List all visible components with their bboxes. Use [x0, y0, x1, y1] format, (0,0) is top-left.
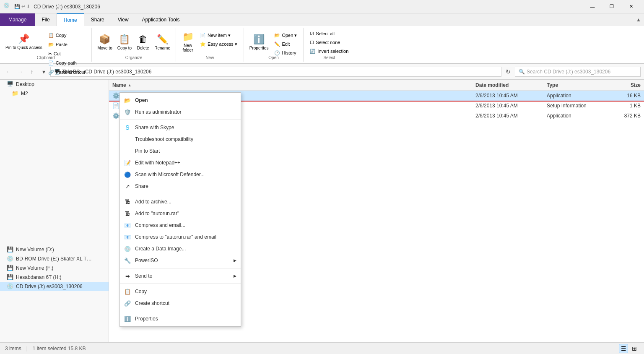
tab-manage[interactable]: Manage [0, 13, 35, 26]
exe-icon: ⚙️ [112, 92, 119, 99]
refresh-button[interactable]: ↻ [503, 67, 513, 77]
sidebar-item-label: New Volume (F:) [16, 265, 53, 271]
paste-shortcut-icon: 🔗 [48, 70, 54, 75]
quick-access-toolbar: 💾 ↩ ⬇ [14, 4, 30, 9]
ctx-poweriso[interactable]: 🔧 PowerISO [120, 255, 241, 266]
ctx-create-data-image[interactable]: 💿 Create a Data Image... [120, 243, 241, 255]
title-bar: 💿 💾 ↩ ⬇ CD Drive (J:) es3003_130206 — ❐ … [0, 0, 644, 13]
file-size: 1 KB [610, 103, 644, 109]
copy-to-button[interactable]: 📋 Copy to [115, 29, 134, 55]
ctx-share-skype[interactable]: S Share with Skype [120, 122, 241, 133]
copy-button[interactable]: 📋 Copy [45, 31, 88, 39]
pin-to-quick-access-button[interactable]: 📌 Pin to Quick access [3, 29, 44, 55]
ctx-open[interactable]: 📂 Open [120, 94, 241, 106]
move-to-icon: 📦 [99, 34, 110, 45]
select-none-icon: ☐ [310, 40, 314, 45]
sidebar-item-j-drive[interactable]: 💿 CD Drive (J:) es3003_130206 [0, 282, 109, 291]
ctx-create-shortcut[interactable]: 🔗 Create shortcut [120, 297, 241, 309]
app-icon: 💿 [3, 3, 12, 11]
view-buttons: ☰ ⊞ [619, 344, 639, 353]
ctx-share[interactable]: ↗ Share [120, 180, 241, 192]
col-size[interactable]: Size [610, 82, 644, 88]
copy-icon: 📋 [48, 33, 54, 38]
open-sub-group: 📂 Open ▾ ✏️ Edit 🕐 History [271, 29, 300, 57]
new-folder-button[interactable]: 📁 Newfolder [179, 29, 196, 55]
ctx-properties[interactable]: ℹ️ Properties [120, 313, 241, 325]
tab-share[interactable]: Share [84, 13, 111, 26]
properties-button[interactable]: ℹ️ Properties [247, 29, 271, 55]
file-date: 2/6/2013 10:45 AM [472, 103, 543, 109]
bdrom-icon: 💿 [7, 255, 13, 262]
ctx-separator-3 [120, 268, 241, 268]
search-placeholder: Search CD Drive (J:) es3003_130206 [527, 69, 610, 75]
edit-button[interactable]: ✏️ Edit [271, 40, 300, 48]
copy-path-button[interactable]: 📄 Copy path [45, 59, 88, 67]
main-area: 🖥️ Desktop 📁 M2 💾 New Volume (D:) 💿 BD-R… [0, 80, 644, 342]
tab-home[interactable]: Home [57, 13, 84, 26]
send-to-icon: ➡ [124, 273, 131, 279]
sidebar-item-desktop[interactable]: 🖥️ Desktop [0, 80, 109, 89]
ctx-separator-4 [120, 284, 241, 284]
easy-access-button[interactable]: ⭐ Easy access ▾ [197, 40, 240, 48]
tab-view[interactable]: View [111, 13, 135, 26]
select-label: Select [304, 55, 355, 60]
select-all-button[interactable]: ☑ Select all [307, 29, 351, 38]
breadcrumb-cd-drive: CD Drive (J:) es3003_130206 [85, 69, 152, 75]
data-image-icon: 💿 [124, 245, 131, 252]
ctx-compress-rar-email[interactable]: 📧 Compress to "autorun.rar" and email [120, 231, 241, 243]
ctx-add-rar[interactable]: 🗜 Add to "autorun.rar" [120, 208, 241, 219]
skype-icon: S [124, 124, 131, 131]
search-bar[interactable]: 🔍 Search CD Drive (J:) es3003_130206 [515, 67, 641, 77]
new-label: New [176, 55, 244, 60]
invert-selection-button[interactable]: 🔄 Invert selection [307, 47, 351, 55]
sidebar-item-label: CD Drive (J:) es3003_130206 [16, 284, 83, 289]
ctx-run-as-admin[interactable]: 🛡️ Run as administrator [120, 106, 241, 118]
delete-icon: 🗑 [138, 34, 148, 45]
ctx-pin-start[interactable]: Pin to Start [120, 145, 241, 157]
compress-email-icon: 📧 [124, 222, 131, 229]
col-date[interactable]: Date modified [472, 82, 543, 88]
col-type[interactable]: Type [543, 82, 610, 88]
paste-shortcut-button[interactable]: 🔗 Paste shortcut [45, 68, 88, 76]
open-button[interactable]: 📂 Open ▾ [271, 31, 300, 39]
restore-button[interactable]: ❐ [602, 0, 621, 13]
col-name[interactable]: Name ▲ [109, 82, 472, 88]
paste-button[interactable]: 📂 Paste [45, 40, 88, 49]
ctx-send-to[interactable]: ➡ Send to [120, 270, 241, 282]
sidebar-item-h-drive[interactable]: 💾 Hesabdanan 6T (H:) [0, 273, 109, 282]
delete-button[interactable]: 🗑 Delete [135, 29, 151, 55]
breadcrumb[interactable]: 🖥️ This PC › CD Drive (J:) es3003_130206 [50, 67, 501, 77]
window-title: CD Drive (J:) es3003_130206 [34, 4, 583, 10]
large-icons-view-button[interactable]: ⊞ [630, 344, 639, 353]
file-type: Application [543, 93, 610, 99]
new-item-button[interactable]: 📄 New item ▾ [197, 31, 240, 39]
ribbon-group-select: ☑ Select all ☐ Select none 🔄 Invert sele… [304, 28, 355, 62]
sidebar-item-f-drive[interactable]: 💾 New Volume (F:) [0, 263, 109, 273]
ctx-add-archive[interactable]: 🗜 Add to archive... [120, 196, 241, 208]
sidebar-item-m2[interactable]: 📁 M2 [0, 89, 109, 98]
ctx-troubleshoot[interactable]: Troubleshoot compatibility [120, 133, 241, 145]
move-to-button[interactable]: 📦 Move to [95, 29, 114, 55]
file-date: 2/6/2013 10:45 AM [472, 93, 543, 99]
details-view-button[interactable]: ☰ [619, 344, 628, 353]
window-controls: — ❐ ✕ [583, 0, 641, 13]
sidebar-item-e-drive[interactable]: 💿 BD-ROM Drive (E:) Skater XL The L [0, 254, 109, 263]
ribbon-collapse-button[interactable]: ▲ [633, 13, 644, 26]
open-icon: 📂 [274, 33, 280, 38]
ctx-scan-defender[interactable]: 🔵 Scan with Microsoft Defender... [120, 169, 241, 180]
ctx-edit-notepad[interactable]: 📝 Edit with Notepad++ [120, 157, 241, 169]
tab-application-tools[interactable]: Application Tools [135, 13, 187, 26]
status-bar: 3 items | 1 item selected 15.8 KB ☰ ⊞ [0, 342, 644, 354]
sidebar-item-d-drive[interactable]: 💾 New Volume (D:) [0, 245, 109, 254]
inf-icon: 📄 [112, 102, 119, 109]
tab-file[interactable]: File [35, 13, 56, 26]
minimize-button[interactable]: — [583, 0, 602, 13]
defender-icon: 🔵 [124, 171, 131, 178]
rename-button[interactable]: ✏️ Rename [152, 29, 172, 55]
edit-icon: ✏️ [274, 42, 280, 47]
close-button[interactable]: ✕ [621, 0, 641, 13]
open-icon: 📂 [124, 97, 131, 104]
ctx-compress-email[interactable]: 📧 Compress and email... [120, 219, 241, 231]
ctx-copy[interactable]: 📋 Copy [120, 286, 241, 297]
select-none-button[interactable]: ☐ Select none [307, 38, 351, 47]
